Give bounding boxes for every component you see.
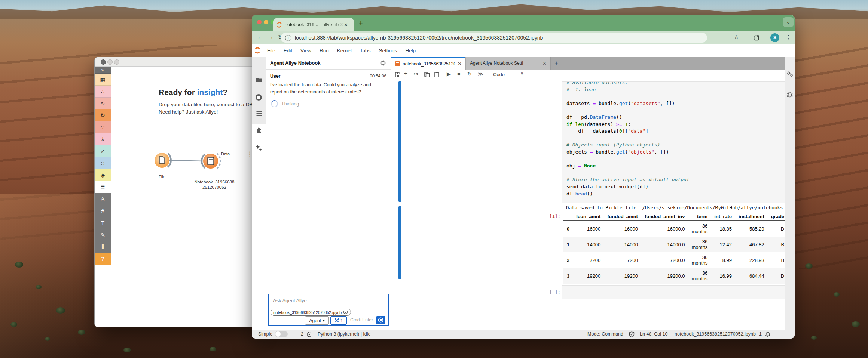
tools-count-button[interactable]: 1: [330, 316, 347, 325]
cell-type-chevron-icon[interactable]: ∨: [520, 71, 523, 76]
code-cell-input[interactable]: # Available datasets:# 1. loan datasets …: [562, 81, 785, 203]
tab-notebook[interactable]: notebook_3195663825120 ✕: [391, 57, 465, 70]
statusbar-filename[interactable]: notebook_319566382512070052.ipynb: [675, 331, 756, 337]
code-editor-content: # Available datasets:# 1. loan datasets …: [566, 81, 785, 197]
notification-bell-icon[interactable]: [765, 331, 770, 337]
minimize-window-button[interactable]: [107, 59, 113, 65]
tab-agent-settings[interactable]: Agent Allye Notebook Setti ✕: [466, 57, 551, 70]
browser-menu-kebab-icon[interactable]: ⋮: [786, 34, 791, 40]
help-icon[interactable]: ?: [95, 253, 111, 265]
notification-count[interactable]: 1: [759, 331, 762, 337]
running-kernels-icon[interactable]: [252, 92, 266, 103]
kernel-sessions-icon[interactable]: [306, 332, 312, 337]
run-cell-icon[interactable]: ▶: [447, 71, 451, 77]
browser-minimize-button[interactable]: [264, 20, 268, 24]
transform-network-icon[interactable]: ∴: [95, 86, 111, 98]
restart-kernel-icon[interactable]: ↻: [467, 71, 472, 77]
allye-agent-sparkles-icon[interactable]: [252, 142, 266, 153]
table-cell: 467.82: [735, 237, 768, 252]
bookmark-star-icon[interactable]: ☆: [734, 34, 739, 41]
visibility-eye-icon[interactable]: [343, 311, 348, 314]
simple-mode-toggle[interactable]: [275, 331, 288, 337]
browser-titlebar: notebook_319... - allye-nb-31 ✕ + ⌄: [252, 15, 795, 31]
menu-settings[interactable]: Settings: [375, 48, 401, 53]
evaluate-icon[interactable]: ✓: [95, 145, 111, 157]
copy-cell-icon[interactable]: [424, 72, 430, 77]
save-icon[interactable]: [395, 72, 400, 77]
stop-kernel-icon[interactable]: ■: [457, 71, 460, 77]
paste-cell-icon[interactable]: [434, 72, 439, 77]
context-file-chip[interactable]: notebook_319566382512070052.ipynb: [271, 309, 351, 316]
menu-view[interactable]: View: [296, 48, 315, 53]
debugger-bug-icon[interactable]: [787, 91, 793, 98]
jupyter-menubar: FileEditViewRunKernelTabsSettingsHelp: [252, 44, 795, 57]
mode-indicator[interactable]: Mode: Command: [587, 331, 623, 337]
property-inspector-gears-icon[interactable]: [786, 71, 794, 77]
notebook-file-icon: [395, 61, 400, 66]
address-bar[interactable]: i localhost:8887/lab/workspaces/allye-nb…: [281, 33, 707, 43]
pause-icon[interactable]: Ⅱ: [95, 241, 111, 253]
text-tool-icon[interactable]: T: [95, 217, 111, 229]
menu-file[interactable]: File: [263, 48, 279, 53]
scatter-plot-icon[interactable]: ∵: [95, 121, 111, 133]
person-icon[interactable]: ♙: [95, 193, 111, 205]
table-of-contents-icon[interactable]: [252, 108, 266, 119]
browser-close-button[interactable]: [257, 20, 262, 24]
new-tab-button[interactable]: +: [359, 20, 363, 27]
menu-run[interactable]: Run: [315, 48, 333, 53]
expand-icon[interactable]: »: [95, 67, 111, 74]
file-browser-icon[interactable]: [252, 74, 266, 85]
agent-input-box[interactable]: Ask Agent Allye... notebook_319566382512…: [268, 294, 389, 326]
visualize-curve-icon[interactable]: ∿: [95, 98, 111, 109]
pen-icon[interactable]: ✎: [95, 229, 111, 241]
cursor-position-label[interactable]: Ln 48, Col 10: [640, 331, 667, 337]
menu-kernel[interactable]: Kernel: [333, 48, 356, 53]
menu-edit[interactable]: Edit: [279, 48, 296, 53]
data-table-icon[interactable]: ▦: [95, 74, 111, 86]
add-tab-button[interactable]: +: [551, 57, 562, 70]
extension-manager-icon[interactable]: [252, 124, 266, 136]
zoom-window-button[interactable]: [114, 59, 119, 65]
settings-gear-icon[interactable]: [380, 60, 386, 66]
cut-cell-icon[interactable]: ✂: [414, 71, 418, 77]
agent-mode-select[interactable]: Agent▾: [305, 316, 329, 325]
table-cell: 16000: [604, 221, 641, 237]
table-column-header: [563, 213, 573, 221]
extensions-icon[interactable]: [753, 35, 760, 41]
tab-strip-chevron-button[interactable]: ⌄: [783, 17, 794, 27]
model-tree-icon[interactable]: ⅄: [95, 133, 111, 145]
profile-avatar[interactable]: S: [770, 33, 779, 42]
site-info-icon[interactable]: i: [285, 35, 291, 41]
trust-shield-icon[interactable]: [629, 331, 635, 337]
cell-collapser[interactable]: [398, 81, 401, 202]
allye-canvas-window: »▦∴∿↻∵⅄✓∷◈≣♙#T✎Ⅱ? Ready for insight? Dro…: [94, 57, 259, 327]
kernel-status-label[interactable]: Python 3 (ipykernel) | Idle: [318, 331, 371, 337]
code-line: df.head(): [566, 191, 785, 198]
thinking-status: Thinking.: [271, 100, 300, 107]
menu-tabs[interactable]: Tabs: [356, 48, 375, 53]
menu-help[interactable]: Help: [401, 48, 420, 53]
transform-cycle-icon[interactable]: ↻: [95, 109, 111, 121]
tab-close-icon[interactable]: ✕: [458, 61, 462, 67]
insert-cell-icon[interactable]: +: [404, 70, 407, 77]
cell-type-select[interactable]: Code: [493, 72, 505, 77]
forward-icon[interactable]: →: [268, 34, 274, 41]
notebook-widget-label[interactable]: Notebook_31956638 2512070052: [192, 179, 237, 190]
hash-icon[interactable]: #: [95, 205, 111, 217]
report-icon[interactable]: ≣: [95, 181, 111, 193]
cube-icon[interactable]: ◈: [95, 169, 111, 181]
restart-run-all-icon[interactable]: ≫: [478, 71, 483, 77]
tab-close-icon[interactable]: ✕: [344, 22, 348, 28]
kernel-session-count[interactable]: 2: [301, 331, 303, 337]
file-widget-label[interactable]: File: [147, 174, 177, 179]
output-collapser[interactable]: [398, 206, 401, 279]
tab-close-icon[interactable]: ✕: [542, 61, 547, 66]
stop-generation-button[interactable]: [376, 316, 385, 324]
browser-tab[interactable]: notebook_319... - allye-nb-31 ✕: [273, 18, 354, 31]
allye-canvas[interactable]: Ready for insight? Drop your data files …: [111, 67, 259, 327]
close-window-button[interactable]: [101, 59, 106, 65]
cluster-icon[interactable]: ∷: [95, 157, 111, 169]
empty-code-cell[interactable]: [562, 285, 785, 299]
allye-window-titlebar[interactable]: [95, 57, 259, 67]
back-icon[interactable]: ←: [257, 34, 263, 41]
